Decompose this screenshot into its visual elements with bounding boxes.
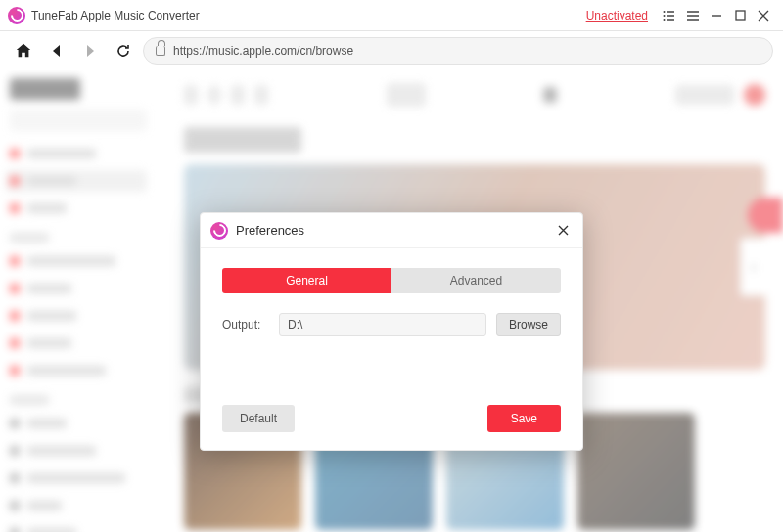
output-row: Output: Browse <box>222 313 561 336</box>
url-bar[interactable]: https://music.apple.com/cn/browse <box>143 37 773 65</box>
refresh-button[interactable] <box>110 37 137 65</box>
svg-point-0 <box>664 11 666 13</box>
music-list-icon[interactable] <box>658 4 681 27</box>
forward-button[interactable] <box>76 37 104 65</box>
modal-app-icon <box>210 222 228 240</box>
svg-rect-3 <box>736 11 745 20</box>
home-button[interactable] <box>10 37 37 65</box>
browse-button[interactable]: Browse <box>496 313 561 336</box>
menu-icon[interactable] <box>681 4 705 27</box>
svg-point-2 <box>664 19 666 21</box>
activation-status-link[interactable]: Unactivated <box>586 9 648 22</box>
modal-footer: Default Save <box>222 405 561 432</box>
modal-header: Preferences <box>201 213 582 248</box>
save-button[interactable]: Save <box>487 405 561 432</box>
content-area: › Preferences General Advanced Output: <box>0 70 783 532</box>
preferences-modal: Preferences General Advanced Output: Bro… <box>200 212 583 451</box>
titlebar: TuneFab Apple Music Converter Unactivate… <box>0 0 783 31</box>
svg-point-1 <box>664 15 666 17</box>
modal-title: Preferences <box>236 223 553 238</box>
browser-toolbar: https://music.apple.com/cn/browse <box>0 31 783 70</box>
maximize-button[interactable] <box>728 4 752 27</box>
minimize-button[interactable] <box>705 4 728 27</box>
tab-advanced[interactable]: Advanced <box>392 268 561 293</box>
app-logo-icon <box>8 7 25 24</box>
app-title: TuneFab Apple Music Converter <box>31 9 200 22</box>
back-button[interactable] <box>43 37 70 65</box>
lock-icon <box>156 46 165 56</box>
modal-close-button[interactable] <box>553 221 573 241</box>
url-text: https://music.apple.com/cn/browse <box>173 44 353 58</box>
output-label: Output: <box>222 318 269 332</box>
tab-general[interactable]: General <box>222 268 392 293</box>
close-window-button[interactable] <box>752 4 775 27</box>
preferences-tabs: General Advanced <box>222 268 561 293</box>
output-path-input[interactable] <box>279 313 486 336</box>
default-button[interactable]: Default <box>222 405 295 432</box>
